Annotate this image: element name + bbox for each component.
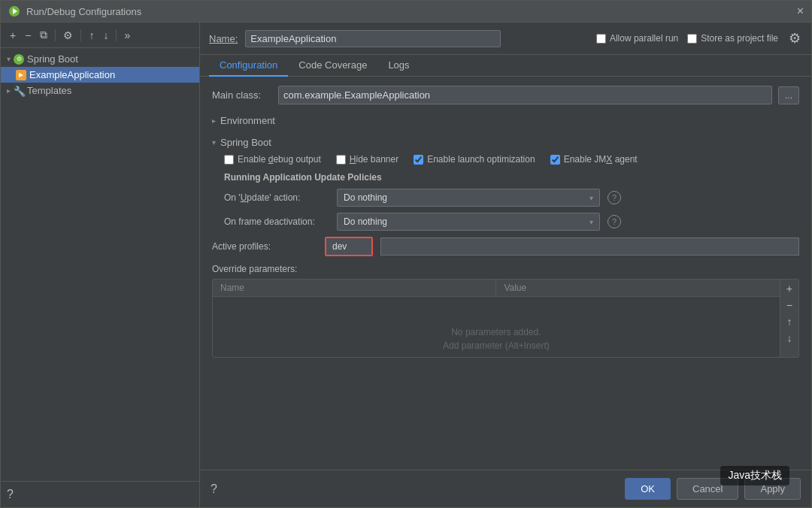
sidebar-item-example-app[interactable]: ▶ ExampleApplication: [1, 67, 199, 83]
params-body: No parameters added. Add parameter (Alt+…: [213, 297, 780, 357]
bottom-right: OK Cancel Apply: [625, 478, 801, 500]
sidebar-bottom: ?: [1, 481, 199, 507]
sidebar: + − ⧉ ⚙ ↑ ↓ » ▾ ⚙ Spring Boot: [1, 23, 200, 507]
debug-output-cb[interactable]: Enable debug output: [224, 154, 321, 165]
bottom-bar: ? OK Cancel Apply: [200, 470, 811, 507]
spring-boot-icon: ⚙: [14, 54, 24, 65]
top-bar-right: Allow parallel run Store as project file…: [596, 29, 802, 48]
hide-banner-checkbox[interactable]: [336, 155, 346, 165]
move-param-up-button[interactable]: ↑: [782, 314, 797, 329]
move-up-button[interactable]: ↑: [86, 28, 97, 43]
params-value-header: Value: [496, 280, 779, 296]
on-update-label: On 'Update' action:: [224, 192, 329, 203]
active-profiles-input-wrapper: [325, 237, 373, 256]
dialog-body: + − ⧉ ⚙ ↑ ↓ » ▾ ⚙ Spring Boot: [1, 23, 811, 507]
tab-code-coverage[interactable]: Code Coverage: [288, 55, 377, 77]
launch-opt-cb[interactable]: Enable launch optimization: [414, 154, 535, 165]
active-profiles-label: Active profiles:: [212, 241, 317, 252]
on-update-dropdown[interactable]: Do nothing ▾: [337, 189, 600, 207]
move-param-down-button[interactable]: ↓: [782, 331, 797, 346]
toolbar-separator-3: [116, 29, 117, 41]
add-param-button[interactable]: +: [782, 281, 797, 296]
main-class-input[interactable]: [278, 86, 772, 104]
content-area: Main class: ... ▸ Environment ▾ Spring B…: [200, 77, 811, 470]
store-as-project-checkbox[interactable]: [687, 34, 697, 44]
add-parameter-link[interactable]: Add parameter (Alt+Insert): [443, 340, 550, 351]
name-label: Name:: [209, 33, 238, 44]
jmx-agent-checkbox[interactable]: [550, 155, 560, 165]
name-input[interactable]: [245, 30, 501, 47]
template-icon: 🔧: [14, 86, 24, 96]
main-class-row: Main class: ...: [212, 86, 799, 104]
spring-boot-section: ▾ Spring Boot Enable debug output Hide b…: [212, 134, 799, 231]
dropdown-arrow-icon: ▾: [589, 194, 593, 202]
active-profiles-row: Active profiles:: [212, 237, 799, 256]
hide-banner-cb[interactable]: Hide banner: [336, 154, 398, 165]
override-params-section: Override parameters: Name Value No param…: [212, 264, 799, 358]
sidebar-item-templates[interactable]: ▸ 🔧 Templates: [1, 83, 199, 98]
spring-boot-checkboxes: Enable debug output Hide banner Enable l…: [224, 154, 799, 165]
allow-parallel-checkbox[interactable]: [596, 34, 606, 44]
override-params-label: Override parameters:: [212, 264, 799, 274]
store-settings-button[interactable]: ⚙: [787, 29, 802, 48]
dropdown-arrow-icon-2: ▾: [589, 218, 593, 226]
more-button[interactable]: »: [121, 28, 133, 43]
sidebar-tree: ▾ ⚙ Spring Boot ▶ ExampleApplication ▸ 🔧…: [1, 48, 199, 481]
remove-config-button[interactable]: −: [22, 28, 34, 43]
active-profiles-rest-input[interactable]: [380, 237, 799, 256]
on-frame-value: Do nothing: [344, 216, 387, 227]
close-button[interactable]: ×: [797, 5, 804, 17]
tab-configuration[interactable]: Configuration: [209, 55, 288, 77]
environment-header[interactable]: ▸ Environment: [212, 112, 799, 129]
params-table: Name Value No parameters added. Add para…: [213, 280, 780, 357]
add-config-button[interactable]: +: [7, 28, 19, 43]
sidebar-item-spring-boot[interactable]: ▾ ⚙ Spring Boot: [1, 51, 199, 67]
title-bar: Run/Debug Configurations ×: [1, 1, 811, 23]
sidebar-item-label: ExampleApplication: [29, 69, 115, 80]
on-frame-row: On frame deactivation: Do nothing ▾ ?: [224, 213, 799, 231]
launch-opt-checkbox[interactable]: [414, 155, 423, 165]
on-frame-dropdown[interactable]: Do nothing ▾: [337, 213, 600, 231]
environment-arrow-icon: ▸: [212, 116, 216, 125]
on-update-value: Do nothing: [344, 192, 387, 203]
dialog-title: Run/Debug Configurations: [26, 6, 141, 17]
policies-title: Running Application Update Policies: [224, 172, 799, 183]
active-profiles-input[interactable]: [326, 238, 371, 255]
copy-config-button[interactable]: ⧉: [37, 27, 50, 43]
dialog-icon: [8, 5, 20, 17]
on-update-row: On 'Update' action: Do nothing ▾ ?: [224, 189, 799, 207]
params-name-header: Name: [213, 280, 496, 296]
on-frame-label: On frame deactivation:: [224, 216, 329, 227]
store-as-project-label[interactable]: Store as project file: [687, 33, 778, 44]
run-debug-dialog: Run/Debug Configurations × + − ⧉ ⚙ ↑ ↓ »…: [0, 0, 812, 508]
settings-button[interactable]: ⚙: [60, 28, 76, 43]
move-down-button[interactable]: ↓: [100, 28, 111, 43]
browse-button[interactable]: ...: [778, 86, 799, 104]
jmx-agent-cb[interactable]: Enable JMX agent: [550, 154, 638, 165]
allow-parallel-label[interactable]: Allow parallel run: [596, 33, 678, 44]
toolbar-separator-2: [80, 29, 81, 41]
spring-boot-label: Spring Boot: [220, 137, 271, 148]
spring-boot-arrow-icon: ▾: [212, 138, 216, 147]
spring-boot-content: Enable debug output Hide banner Enable l…: [212, 154, 799, 231]
app-icon: ▶: [16, 70, 26, 80]
main-class-label: Main class:: [212, 89, 272, 101]
sidebar-item-label: Spring Boot: [27, 53, 78, 65]
on-update-help-icon[interactable]: ?: [607, 191, 621, 204]
tab-logs[interactable]: Logs: [377, 55, 420, 77]
params-empty-text: No parameters added.: [451, 327, 541, 337]
chevron-down-icon: ▾: [7, 55, 11, 63]
cancel-button[interactable]: Cancel: [677, 478, 738, 500]
apply-button[interactable]: Apply: [744, 478, 801, 500]
top-bar: Name: Allow parallel run Store as projec…: [200, 23, 811, 55]
main-panel: Name: Allow parallel run Store as projec…: [200, 23, 811, 507]
debug-output-checkbox[interactable]: [224, 155, 234, 165]
help-sidebar-button[interactable]: ?: [7, 488, 14, 501]
on-frame-help-icon[interactable]: ?: [607, 215, 621, 228]
ok-button[interactable]: OK: [625, 478, 671, 500]
remove-param-button[interactable]: −: [782, 298, 797, 313]
help-button[interactable]: ?: [211, 482, 217, 496]
sidebar-toolbar: + − ⧉ ⚙ ↑ ↓ »: [1, 23, 199, 48]
spring-boot-header[interactable]: ▾ Spring Boot: [212, 134, 799, 151]
chevron-right-icon: ▸: [7, 86, 11, 95]
